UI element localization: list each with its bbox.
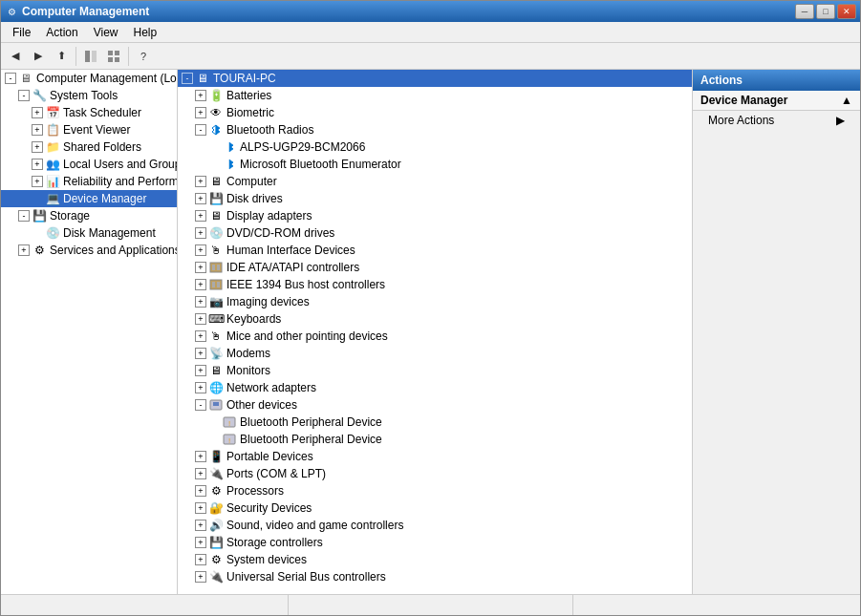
expand-display-adapters[interactable]: + — [195, 210, 206, 222]
tree-item-bluetooth-radios[interactable]: - Bluetooth Radios — [178, 121, 692, 138]
center-panel[interactable]: - 🖥 TOURAI-PC + 🔋 Batteries + 👁 Biometri… — [178, 70, 693, 594]
forward-button[interactable]: ▶ — [28, 46, 49, 67]
svg-rect-4 — [108, 57, 113, 62]
tree-item-disk-management[interactable]: 💿 Disk Management — [1, 224, 177, 242]
tree-item-local-users[interactable]: + 👥 Local Users and Groups — [1, 156, 177, 173]
expand-processors[interactable]: + — [195, 485, 206, 497]
menu-file[interactable]: File — [5, 24, 38, 41]
tree-item-batteries[interactable]: + 🔋 Batteries — [178, 87, 692, 104]
expand-other-devices[interactable]: - — [195, 399, 206, 411]
tree-item-mice[interactable]: + 🖱 Mice and other pointing devices — [178, 328, 692, 345]
menu-bar: File Action View Help — [1, 22, 860, 43]
tree-item-alps-bt[interactable]: ALPS-UGP29-BCM2066 — [178, 138, 692, 156]
expand-dvd-rom[interactable]: + — [195, 227, 206, 239]
tree-item-storage-controllers[interactable]: + 💾 Storage controllers — [178, 534, 692, 551]
expand-bluetooth-radios[interactable]: - — [195, 124, 206, 136]
tree-item-system-devices[interactable]: + ⚙ System devices — [178, 551, 692, 568]
tree-item-processors[interactable]: + ⚙ Processors — [178, 482, 692, 499]
tree-item-sound-video[interactable]: + 🔊 Sound, video and game controllers — [178, 517, 692, 534]
expand-tourai-pc[interactable]: - — [182, 73, 193, 84]
expand-storage[interactable]: - — [18, 210, 30, 222]
tree-item-portable-devices[interactable]: + 📱 Portable Devices — [178, 448, 692, 465]
tree-item-computer-management[interactable]: - 🖥 Computer Management (Local — [1, 70, 177, 87]
tree-item-ms-bt-enum[interactable]: Microsoft Bluetooth Enumerator — [178, 156, 692, 173]
tree-item-display-adapters[interactable]: + 🖥 Display adapters — [178, 207, 692, 224]
expand-batteries[interactable]: + — [195, 90, 206, 101]
expand-system-tools[interactable]: - — [18, 90, 30, 101]
expand-biometric[interactable]: + — [195, 107, 206, 118]
menu-help[interactable]: Help — [126, 24, 165, 41]
expand-event-viewer[interactable]: + — [32, 124, 43, 136]
menu-action[interactable]: Action — [38, 24, 85, 41]
expand-keyboards[interactable]: + — [195, 313, 206, 325]
tree-item-modems[interactable]: + 📡 Modems — [178, 345, 692, 362]
tree-item-computer[interactable]: + 🖥 Computer — [178, 173, 692, 190]
tree-item-device-manager[interactable]: 💻 Device Manager — [1, 190, 177, 207]
tree-item-biometric[interactable]: + 👁 Biometric — [178, 104, 692, 121]
tree-item-keyboards[interactable]: + ⌨ Keyboards — [178, 310, 692, 328]
expand-security-devices[interactable]: + — [195, 502, 206, 514]
display-adapters-icon: 🖥 — [208, 208, 224, 223]
tree-item-monitors[interactable]: + 🖥 Monitors — [178, 362, 692, 379]
tree-item-shared-folders[interactable]: + 📁 Shared Folders — [1, 138, 177, 156]
expand-monitors[interactable]: + — [195, 365, 206, 376]
expand-modems[interactable]: + — [195, 348, 206, 359]
up-button[interactable]: ⬆ — [51, 46, 72, 67]
menu-view[interactable]: View — [86, 24, 126, 41]
expand-local-users[interactable]: + — [32, 159, 43, 170]
expand-task-scheduler[interactable]: + — [32, 107, 43, 118]
tree-item-ports[interactable]: + 🔌 Ports (COM & LPT) — [178, 465, 692, 482]
batteries-icon: 🔋 — [208, 88, 224, 103]
expand-storage-controllers[interactable]: + — [195, 537, 206, 548]
tree-item-system-tools[interactable]: - 🔧 System Tools — [1, 87, 177, 104]
svg-rect-19 — [210, 280, 222, 289]
expand-reliability[interactable]: + — [32, 176, 43, 187]
expand-imaging[interactable]: + — [195, 296, 206, 308]
expand-portable-devices[interactable]: + — [195, 451, 206, 462]
expand-shared-folders[interactable]: + — [32, 141, 43, 153]
tree-item-reliability[interactable]: + 📊 Reliability and Performa... — [1, 173, 177, 190]
expand-sound-video[interactable]: + — [195, 520, 206, 531]
left-panel[interactable]: - 🖥 Computer Management (Local - 🔧 Syste… — [1, 70, 178, 594]
tree-item-ieee1394[interactable]: + IEEE 1394 Bus host controllers — [178, 276, 692, 293]
tree-item-security-devices[interactable]: + 🔐 Security Devices — [178, 499, 692, 517]
actions-more-actions[interactable]: More Actions ▶ — [693, 111, 860, 130]
expand-disk-drives[interactable]: + — [195, 193, 206, 204]
tree-item-imaging[interactable]: + 📷 Imaging devices — [178, 293, 692, 310]
help-button[interactable]: ? — [133, 46, 154, 67]
tree-item-task-scheduler[interactable]: + 📅 Task Scheduler — [1, 104, 177, 121]
expand-services[interactable]: + — [18, 244, 30, 256]
tree-item-bt-peripheral-1[interactable]: ! Bluetooth Peripheral Device — [178, 414, 692, 431]
tree-item-storage[interactable]: - 💾 Storage — [1, 207, 177, 224]
tree-item-disk-drives[interactable]: + 💾 Disk drives — [178, 190, 692, 207]
view-button[interactable] — [103, 46, 124, 67]
processors-icon: ⚙ — [208, 483, 224, 499]
expand-usb-controllers[interactable]: + — [195, 571, 206, 583]
actions-device-manager-section[interactable]: Device Manager ▲ — [693, 91, 860, 111]
expand-system-devices[interactable]: + — [195, 554, 206, 565]
expand-ports[interactable]: + — [195, 468, 206, 479]
expand-computer-management[interactable]: - — [5, 73, 16, 84]
tree-item-event-viewer[interactable]: + 📋 Event Viewer — [1, 121, 177, 138]
tree-item-network-adapters[interactable]: + 🌐 Network adapters — [178, 379, 692, 396]
maximize-button[interactable]: □ — [816, 4, 835, 19]
expand-network-adapters[interactable]: + — [195, 382, 206, 393]
minimize-button[interactable]: ─ — [795, 4, 814, 19]
svg-rect-0 — [85, 51, 90, 62]
tree-item-services[interactable]: + ⚙ Services and Applications — [1, 242, 177, 259]
tree-item-usb-controllers[interactable]: + 🔌 Universal Serial Bus controllers — [178, 568, 692, 585]
tree-item-other-devices[interactable]: - Other devices — [178, 396, 692, 414]
back-button[interactable]: ◀ — [5, 46, 26, 67]
show-hide-button[interactable] — [80, 46, 101, 67]
expand-ide-ata[interactable]: + — [195, 262, 206, 273]
expand-ieee1394[interactable]: + — [195, 279, 206, 290]
tree-item-ide-ata[interactable]: + IDE ATA/ATAPI controllers — [178, 259, 692, 276]
expand-mice[interactable]: + — [195, 330, 206, 342]
tree-item-tourai-pc[interactable]: - 🖥 TOURAI-PC — [178, 70, 692, 87]
tree-item-bt-peripheral-2[interactable]: ! Bluetooth Peripheral Device — [178, 431, 692, 448]
close-button[interactable]: ✕ — [837, 4, 856, 19]
tree-item-dvd-rom[interactable]: + 💿 DVD/CD-ROM drives — [178, 224, 692, 242]
expand-hid[interactable]: + — [195, 244, 206, 256]
tree-item-hid[interactable]: + 🖱 Human Interface Devices — [178, 242, 692, 259]
expand-computer[interactable]: + — [195, 176, 206, 187]
